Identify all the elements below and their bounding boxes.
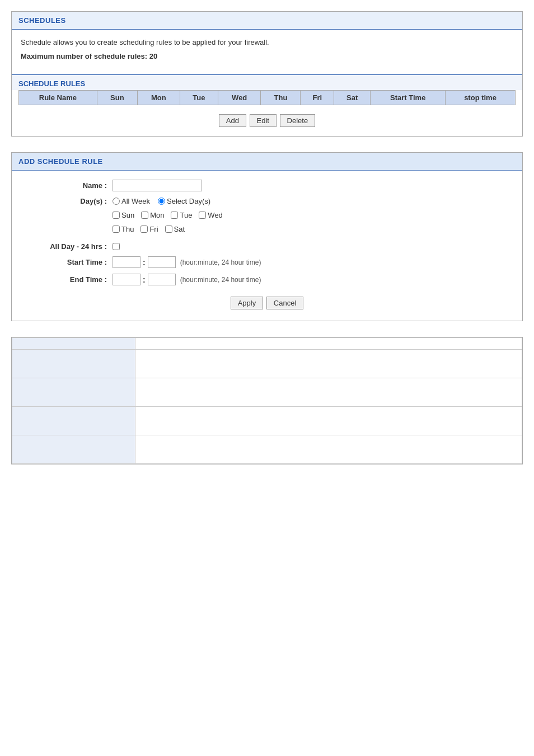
start-time-hour[interactable] bbox=[113, 256, 140, 268]
col-mon: Mon bbox=[137, 91, 180, 105]
col-stop-time: stop time bbox=[446, 91, 516, 105]
info-row-4 bbox=[12, 407, 522, 435]
add-schedule-body: Name : Day(s) : All Week Select Day(s) bbox=[12, 171, 522, 321]
day-type-radios: All Week Select Day(s) bbox=[113, 197, 210, 205]
start-time-colon: : bbox=[143, 258, 146, 267]
info-row-5 bbox=[12, 435, 522, 464]
all-week-radio[interactable] bbox=[113, 198, 120, 205]
schedules-description: Schedule allows you to create scheduling… bbox=[21, 38, 513, 46]
end-time-label: End Time : bbox=[23, 275, 107, 284]
cancel-button[interactable]: Cancel bbox=[266, 297, 303, 309]
name-label: Name : bbox=[23, 181, 107, 190]
info-row-2 bbox=[12, 350, 522, 378]
wed-checkbox[interactable] bbox=[199, 212, 206, 219]
end-time-minute[interactable] bbox=[148, 274, 176, 285]
sun-check-label[interactable]: Sun bbox=[113, 211, 134, 219]
col-start-time: Start Time bbox=[371, 91, 446, 105]
days-row: Day(s) : All Week Select Day(s) bbox=[23, 197, 511, 205]
sun-label: Sun bbox=[121, 211, 134, 219]
max-rules-label: Maximum number of schedule rules: 20 bbox=[21, 52, 513, 60]
name-input[interactable] bbox=[113, 180, 202, 191]
days-checks-row1: Sun Mon Tue Wed bbox=[23, 211, 511, 237]
col-sat: Sat bbox=[334, 91, 371, 105]
apply-row: Apply Cancel bbox=[23, 291, 511, 312]
info-row-4-col2 bbox=[135, 407, 522, 435]
rules-table: Rule Name Sun Mon Tue Wed Thu Fri Sat St… bbox=[18, 90, 516, 105]
days-control: All Week Select Day(s) bbox=[113, 197, 210, 205]
info-row-1 bbox=[12, 338, 522, 350]
delete-button[interactable]: Delete bbox=[280, 114, 316, 127]
start-time-inputs: : (hour:minute, 24 hour time) bbox=[113, 256, 261, 268]
end-time-control: : (hour:minute, 24 hour time) bbox=[113, 274, 261, 285]
all-week-radio-label[interactable]: All Week bbox=[113, 197, 150, 205]
days-label: Day(s) : bbox=[23, 197, 107, 205]
schedules-header: SCHEDULES bbox=[12, 12, 522, 30]
schedules-title: SCHEDULES bbox=[18, 16, 66, 25]
all-day-row: All Day - 24 hrs : bbox=[23, 242, 511, 251]
col-fri: Fri bbox=[301, 91, 334, 105]
start-time-minute[interactable] bbox=[148, 256, 176, 268]
mon-checkbox[interactable] bbox=[141, 212, 148, 219]
info-row-2-col2 bbox=[135, 350, 522, 378]
name-control bbox=[113, 180, 202, 191]
add-schedule-header: ADD SCHEDULE RULE bbox=[12, 153, 522, 171]
add-button[interactable]: Add bbox=[219, 114, 246, 127]
thu-check-label[interactable]: Thu bbox=[113, 225, 134, 233]
sun-checkbox[interactable] bbox=[113, 212, 120, 219]
col-thu: Thu bbox=[261, 91, 301, 105]
mon-label: Mon bbox=[150, 211, 164, 219]
fri-label: Fri bbox=[149, 225, 158, 233]
table-buttons: Add Edit Delete bbox=[18, 111, 516, 129]
select-days-radio[interactable] bbox=[158, 198, 165, 205]
add-schedule-title: ADD SCHEDULE RULE bbox=[18, 157, 103, 166]
col-sun: Sun bbox=[97, 91, 137, 105]
end-time-inputs: : (hour:minute, 24 hour time) bbox=[113, 274, 261, 285]
wed-label: Wed bbox=[208, 211, 223, 219]
sat-checkbox[interactable] bbox=[165, 226, 172, 233]
schedules-panel: SCHEDULES Schedule allows you to create … bbox=[11, 11, 523, 137]
info-row-1-col1 bbox=[12, 338, 135, 350]
end-time-hint: (hour:minute, 24 hour time) bbox=[180, 276, 261, 284]
end-time-hour[interactable] bbox=[113, 274, 140, 285]
info-row-2-col1 bbox=[12, 350, 135, 378]
info-row-3 bbox=[12, 378, 522, 407]
thu-label: Thu bbox=[121, 225, 134, 233]
days-block: Sun Mon Tue Wed bbox=[113, 211, 223, 237]
info-row-5-col2 bbox=[135, 435, 522, 464]
end-time-colon: : bbox=[143, 275, 146, 284]
fri-checkbox[interactable] bbox=[140, 226, 148, 233]
tue-label: Tue bbox=[180, 211, 192, 219]
days-checks-1: Sun Mon Tue Wed bbox=[113, 211, 223, 237]
wed-check-label[interactable]: Wed bbox=[199, 211, 223, 219]
info-row-1-col2 bbox=[135, 338, 522, 350]
tue-checkbox[interactable] bbox=[171, 212, 178, 219]
end-time-row: End Time : : (hour:minute, 24 hour time) bbox=[23, 274, 511, 285]
tue-check-label[interactable]: Tue bbox=[171, 211, 192, 219]
schedule-rules-title: SCHEDULE RULES bbox=[12, 74, 522, 90]
add-schedule-panel: ADD SCHEDULE RULE Name : Day(s) : All We… bbox=[11, 152, 523, 321]
schedule-rules-container: Rule Name Sun Mon Tue Wed Thu Fri Sat St… bbox=[12, 90, 522, 136]
col-rule-name: Rule Name bbox=[19, 91, 97, 105]
info-table-container bbox=[11, 337, 523, 464]
col-tue: Tue bbox=[180, 91, 218, 105]
start-time-label: Start Time : bbox=[23, 258, 107, 266]
all-day-checkbox[interactable] bbox=[113, 243, 120, 250]
info-row-4-col1 bbox=[12, 407, 135, 435]
sat-check-label[interactable]: Sat bbox=[165, 225, 185, 233]
start-time-control: : (hour:minute, 24 hour time) bbox=[113, 256, 261, 268]
col-wed: Wed bbox=[218, 91, 261, 105]
check-group-1: Sun Mon Tue Wed bbox=[113, 211, 223, 219]
thu-checkbox[interactable] bbox=[113, 226, 120, 233]
select-days-radio-label[interactable]: Select Day(s) bbox=[158, 197, 210, 205]
fri-check-label[interactable]: Fri bbox=[140, 225, 158, 233]
info-table bbox=[12, 337, 522, 464]
all-week-label: All Week bbox=[121, 197, 150, 205]
apply-button[interactable]: Apply bbox=[231, 297, 264, 309]
check-group-2: Thu Fri Sat bbox=[113, 225, 223, 233]
edit-button[interactable]: Edit bbox=[250, 114, 277, 127]
all-day-label: All Day - 24 hrs : bbox=[23, 242, 107, 251]
mon-check-label[interactable]: Mon bbox=[141, 211, 164, 219]
select-days-label: Select Day(s) bbox=[167, 197, 210, 205]
all-day-control bbox=[113, 243, 120, 250]
info-row-5-col1 bbox=[12, 435, 135, 464]
